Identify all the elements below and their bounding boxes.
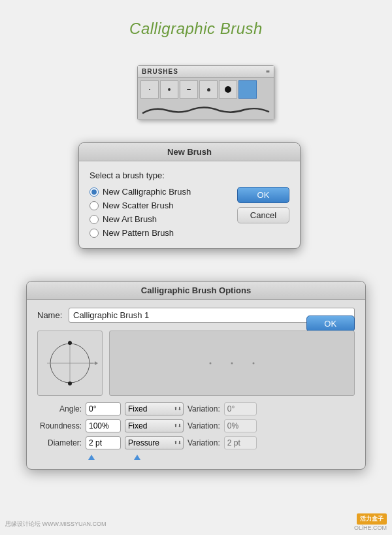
callig-variation-preview bbox=[109, 331, 355, 396]
preview-dot-1 bbox=[210, 363, 212, 365]
roundness-method-select[interactable]: Fixed Random Pressure bbox=[125, 419, 184, 432]
diameter-row: Diameter: Fixed Random Pressure Variatio… bbox=[37, 436, 355, 449]
radio-circle-pattern bbox=[90, 229, 99, 238]
stroke-line bbox=[142, 104, 270, 116]
radio-circle-scatter bbox=[90, 201, 99, 210]
brushes-title: BRUSHES bbox=[142, 68, 178, 75]
preview-dot-3 bbox=[253, 363, 255, 365]
preview-area-row bbox=[37, 331, 355, 396]
diameter-variation-label: Variation: bbox=[188, 438, 220, 447]
radio-label-scatter: New Scatter Brush bbox=[103, 201, 173, 210]
watermark-right: OLiHE.COM bbox=[354, 525, 387, 531]
brush-item-5[interactable] bbox=[219, 80, 237, 99]
triangle-right bbox=[134, 455, 140, 460]
radio-scatter[interactable]: New Scatter Brush bbox=[90, 201, 229, 210]
radio-options: New Calligraphic Brush New Scatter Brush… bbox=[90, 187, 229, 238]
radio-label-art: New Art Brush bbox=[103, 214, 157, 224]
roundness-label: Roundness: bbox=[37, 421, 82, 430]
diameter-method-wrapper: Fixed Random Pressure bbox=[125, 436, 184, 449]
callig-body: Name: OK Cancel bbox=[27, 300, 365, 469]
callig-ok-button[interactable]: OK bbox=[306, 316, 355, 332]
brush-item-4[interactable] bbox=[199, 80, 218, 99]
brush-item-3[interactable] bbox=[180, 80, 198, 99]
diameter-label: Diameter: bbox=[37, 438, 82, 447]
radio-label-calligraphic: New Calligraphic Brush bbox=[103, 187, 191, 197]
radio-calligraphic[interactable]: New Calligraphic Brush bbox=[90, 187, 229, 197]
roundness-row: Roundness: Fixed Random Pressure Variati… bbox=[37, 419, 355, 432]
diameter-variation-input bbox=[224, 436, 257, 449]
angle-variation-label: Variation: bbox=[188, 404, 220, 413]
callig-titlebar: Calligraphic Brush Options bbox=[27, 282, 365, 300]
svg-marker-4 bbox=[95, 361, 98, 365]
callig-brush-dialog: Calligraphic Brush Options Name: OK Canc… bbox=[26, 281, 366, 470]
angle-label: Angle: bbox=[37, 404, 82, 413]
diameter-input[interactable] bbox=[86, 436, 121, 449]
angle-method-wrapper: Fixed Random Pressure bbox=[125, 402, 184, 415]
brush-item-6[interactable] bbox=[238, 80, 257, 99]
new-brush-dialog: New Brush Select a brush type: New Calli… bbox=[78, 142, 301, 249]
watermark-left: 思缘设计论坛 WWW.MISSYUAN.COM bbox=[5, 520, 106, 528]
roundness-input[interactable] bbox=[86, 419, 121, 432]
radio-label-pattern: New Pattern Brush bbox=[103, 228, 174, 238]
brush-item-1[interactable] bbox=[140, 80, 159, 99]
name-label: Name: bbox=[37, 310, 63, 320]
brushes-header: BRUSHES ≡ bbox=[138, 66, 274, 78]
roundness-method-wrapper: Fixed Random Pressure bbox=[125, 419, 184, 432]
roundness-variation-input bbox=[224, 419, 257, 432]
brush-preview bbox=[37, 331, 103, 396]
angle-variation-input bbox=[224, 402, 257, 415]
watermark-site: OLiHE.COM bbox=[354, 525, 387, 531]
triangle-left bbox=[88, 455, 95, 460]
angle-input[interactable] bbox=[86, 402, 121, 415]
radio-pattern[interactable]: New Pattern Brush bbox=[90, 228, 229, 238]
brushes-menu-icon[interactable]: ≡ bbox=[266, 68, 270, 75]
callig-params: Angle: Fixed Random Pressure Variation: … bbox=[37, 402, 355, 460]
brushes-stroke bbox=[138, 101, 274, 120]
brush-item-2[interactable] bbox=[160, 80, 178, 99]
dialog-buttons: OK Cancel bbox=[237, 187, 289, 238]
new-brush-ok-button[interactable]: OK bbox=[237, 187, 289, 203]
radio-circle-calligraphic bbox=[90, 187, 99, 197]
triangle-indicators bbox=[37, 455, 355, 460]
watermark-logo: 活力盒子 bbox=[357, 513, 387, 525]
angle-method-select[interactable]: Fixed Random Pressure bbox=[125, 402, 184, 415]
new-brush-cancel-button[interactable]: Cancel bbox=[237, 207, 289, 223]
svg-point-6 bbox=[68, 381, 72, 385]
diameter-method-select[interactable]: Fixed Random Pressure bbox=[125, 436, 184, 449]
radio-art[interactable]: New Art Brush bbox=[90, 214, 229, 224]
brush-select-label: Select a brush type: bbox=[90, 170, 289, 180]
svg-point-5 bbox=[68, 341, 72, 345]
dialog-content-row: New Calligraphic Brush New Scatter Brush… bbox=[90, 187, 289, 238]
preview-dots bbox=[210, 363, 255, 365]
brushes-panel: BRUSHES ≡ bbox=[137, 65, 274, 120]
radio-circle-art bbox=[90, 215, 99, 224]
dialog-titlebar: New Brush bbox=[79, 143, 300, 161]
preview-dot-2 bbox=[231, 363, 233, 365]
angle-row: Angle: Fixed Random Pressure Variation: bbox=[37, 402, 355, 415]
page-title: Calligraphic Brush bbox=[0, 0, 392, 38]
brushes-items bbox=[138, 78, 274, 101]
dialog-body: Select a brush type: New Calligraphic Br… bbox=[79, 161, 300, 248]
roundness-variation-label: Variation: bbox=[188, 421, 220, 430]
